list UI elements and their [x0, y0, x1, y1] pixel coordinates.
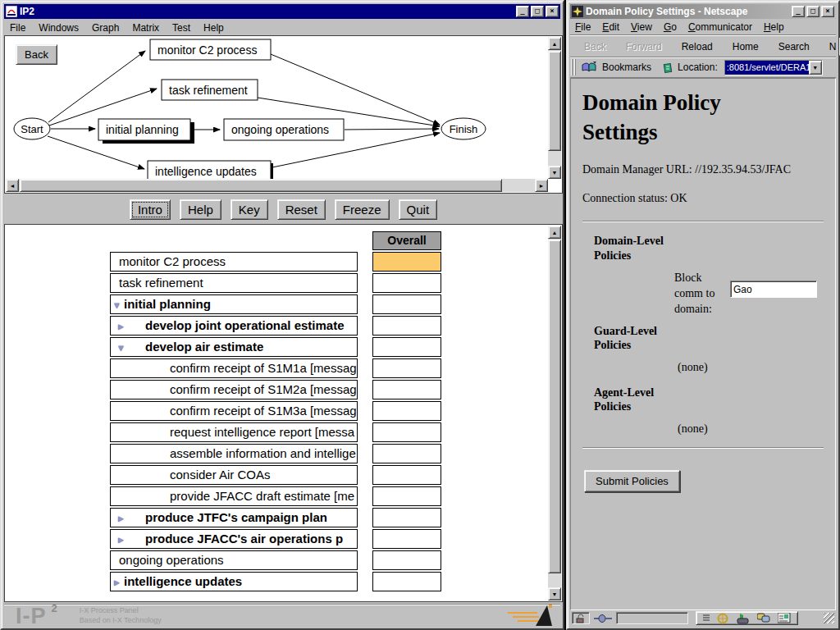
overall-cell[interactable] — [372, 444, 441, 463]
matrix-row[interactable]: request intelligence report [messa — [110, 422, 441, 442]
overall-cell[interactable] — [372, 401, 441, 421]
ip2-close-button[interactable]: × — [546, 6, 559, 17]
overall-cell-highlighted[interactable] — [372, 252, 441, 272]
collapse-expander-icon[interactable]: ▼ — [112, 296, 121, 314]
matrix-row[interactable]: ►produce JFACC's air operations p — [110, 529, 441, 549]
matrix-row[interactable]: confirm receipt of S1M1a [messag — [110, 358, 441, 378]
graph-vertical-scrollbar[interactable]: ▲ ▼ — [548, 37, 561, 179]
ns-minimize-button[interactable]: _ — [792, 6, 805, 17]
scroll-up-icon[interactable]: ▲ — [548, 37, 561, 50]
discussions-icon[interactable] — [757, 613, 770, 623]
security-padlock-icon[interactable] — [572, 612, 590, 624]
window-resize-grip[interactable] — [824, 613, 834, 623]
matrix-vscroll-thumb[interactable] — [548, 240, 561, 573]
scroll-up-icon[interactable]: ▲ — [548, 226, 561, 239]
overall-cell[interactable] — [372, 422, 441, 442]
graph-node-start[interactable]: Start — [14, 118, 50, 139]
menu-matrix[interactable]: Matrix — [126, 21, 167, 35]
matrix-row[interactable]: ►develop joint operational estimate — [110, 316, 441, 336]
overall-cell[interactable] — [372, 294, 441, 314]
matrix-row[interactable]: ►intelligence updates — [110, 572, 441, 591]
nav-home-button[interactable]: Home — [723, 41, 769, 52]
intro-button[interactable]: Intro — [130, 199, 171, 220]
nav-back-button[interactable]: Back — [574, 41, 616, 52]
quit-button[interactable]: Quit — [399, 199, 438, 220]
overall-cell[interactable] — [372, 572, 441, 591]
back-button[interactable]: Back — [16, 44, 57, 65]
nav-reload-button[interactable]: Reload — [672, 41, 723, 52]
ns-menu-communicator[interactable]: Communicator — [683, 20, 759, 34]
graph-node-intelligence-updates[interactable]: intelligence updates — [148, 161, 273, 179]
matrix-row[interactable]: confirm receipt of S1M2a [messag — [110, 380, 441, 399]
ip2-minimize-button[interactable]: _ — [516, 6, 529, 17]
ns-menu-edit[interactable]: Edit — [597, 20, 626, 34]
graph-hscroll-thumb[interactable] — [20, 179, 502, 192]
graph-node-initial-planning[interactable]: initial planning — [98, 119, 194, 144]
graph-node-task-refinement[interactable]: task refinement — [162, 80, 258, 100]
graph-node-finish[interactable]: Finish — [441, 118, 486, 139]
expand-expander-icon[interactable]: ► — [116, 317, 126, 336]
expand-expander-icon[interactable]: ► — [116, 509, 126, 527]
overall-cell[interactable] — [372, 337, 441, 357]
graph-node-ongoing-operations[interactable]: ongoing operations — [224, 119, 344, 140]
overall-cell[interactable] — [372, 508, 441, 527]
key-button[interactable]: Key — [231, 199, 268, 220]
help-button[interactable]: Help — [180, 199, 221, 220]
netscape-titlebar[interactable]: Domain Policy Settings - Netscape _ □ × — [570, 4, 836, 19]
mailbox-icon[interactable] — [737, 613, 750, 624]
graph-horizontal-scrollbar[interactable]: ◄ ► — [6, 179, 548, 192]
menu-test[interactable]: Test — [167, 21, 198, 35]
reset-button[interactable]: Reset — [277, 199, 326, 220]
matrix-row[interactable]: task refinement — [110, 273, 441, 293]
matrix-row[interactable]: monitor C2 process — [110, 252, 441, 272]
ns-maximize-button[interactable]: □ — [806, 6, 819, 17]
freeze-button[interactable]: Freeze — [335, 199, 390, 220]
matrix-row[interactable]: assemble information and intellige — [110, 444, 441, 463]
overall-cell[interactable] — [372, 358, 441, 378]
matrix-row[interactable]: ▼initial planning — [110, 294, 441, 314]
expand-expander-icon[interactable]: ► — [112, 573, 121, 591]
component-menu-icon[interactable] — [703, 614, 710, 623]
overall-cell[interactable] — [372, 465, 441, 485]
menu-help[interactable]: Help — [198, 21, 231, 35]
overall-cell[interactable] — [372, 380, 441, 399]
menu-file[interactable]: File — [4, 21, 33, 35]
expand-expander-icon[interactable]: ► — [116, 531, 126, 549]
nav-forward-button[interactable]: Forward — [616, 41, 672, 52]
ns-menu-view[interactable]: View — [626, 20, 659, 34]
ip2-maximize-button[interactable]: □ — [531, 6, 544, 17]
overall-cell[interactable] — [372, 550, 441, 570]
ip2-titlebar[interactable]: IP2 _ □ × — [4, 4, 560, 19]
matrix-row[interactable]: ongoing operations — [110, 550, 441, 570]
scroll-right-icon[interactable]: ► — [535, 179, 548, 192]
ns-menu-help[interactable]: Help — [759, 20, 791, 34]
matrix-row[interactable]: ▼develop air estimate — [110, 337, 441, 357]
submit-policies-button[interactable]: Submit Policies — [584, 470, 680, 492]
scroll-left-icon[interactable]: ◄ — [6, 179, 19, 192]
bookmarks-icon[interactable] — [581, 61, 597, 74]
navigator-icon[interactable] — [717, 613, 729, 624]
matrix-row[interactable]: confirm receipt of S1M3a [messag — [110, 401, 441, 421]
ns-menu-file[interactable]: File — [570, 20, 597, 34]
graph-node-monitor-c2-process[interactable]: monitor C2 process — [150, 39, 271, 60]
location-value[interactable]: :8081/servlet/DERA1 — [725, 61, 809, 75]
location-dropdown-icon[interactable]: ▼ — [809, 61, 822, 75]
block-comm-input[interactable] — [730, 281, 817, 298]
location-grip-handle[interactable] — [571, 59, 578, 75]
collapse-expander-icon[interactable]: ▼ — [116, 339, 126, 357]
composer-icon[interactable] — [778, 613, 791, 623]
menu-windows[interactable]: Windows — [33, 21, 86, 35]
location-combobox[interactable]: :8081/servlet/DERA1 ▼ — [724, 60, 823, 75]
nav-search-button[interactable]: Search — [769, 41, 819, 52]
overall-cell[interactable] — [372, 529, 441, 549]
scroll-down-icon[interactable]: ▼ — [548, 587, 561, 600]
ns-menu-go[interactable]: Go — [659, 20, 683, 34]
scroll-down-icon[interactable]: ▼ — [548, 166, 561, 179]
matrix-row[interactable]: provide JFACC draft estimate [me — [110, 486, 441, 506]
matrix-row[interactable]: ►produce JTFC's campaign plan — [110, 508, 441, 527]
menu-graph[interactable]: Graph — [86, 21, 126, 35]
matrix-row[interactable]: consider Air COAs — [110, 465, 441, 485]
ns-close-button[interactable]: × — [821, 6, 834, 17]
matrix-vertical-scrollbar[interactable]: ▲ ▼ — [548, 226, 561, 600]
overall-cell[interactable] — [372, 316, 441, 336]
